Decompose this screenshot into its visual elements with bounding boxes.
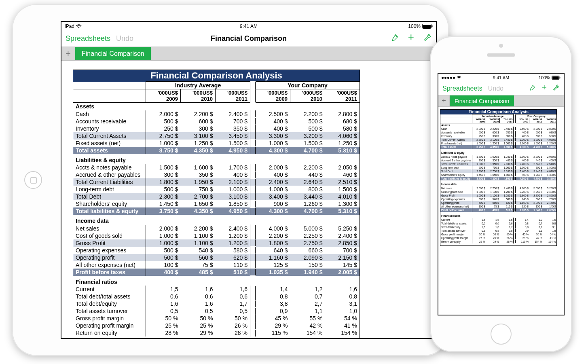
sheet-tab-active[interactable]: Financial Comparison	[450, 95, 514, 106]
add-icon[interactable]: +	[541, 84, 547, 93]
format-brush-icon[interactable]	[390, 33, 399, 44]
battery-icon	[422, 24, 433, 29]
sheet-tab-bar: + Financial Comparison	[438, 95, 564, 107]
iphone-speaker	[487, 53, 515, 57]
battery-percent: 100%	[539, 75, 550, 80]
app-toolbar: Spreadsheets Undo Financial Comparison +	[61, 31, 436, 47]
ipad-device: iPad 9:41 AM 100% Spreadsheets Undo Fina…	[12, 4, 449, 356]
battery-icon	[552, 76, 561, 80]
iphone-status-bar: 9:41 AM 100%	[438, 74, 564, 82]
svg-rect-1	[423, 25, 431, 28]
sheet-canvas[interactable]: Financial Comparison Analysis Industry A…	[438, 107, 564, 315]
svg-rect-5	[560, 77, 561, 78]
app-toolbar: Spreadsheets Undo +	[438, 82, 564, 95]
iphone-home-button[interactable]	[491, 324, 512, 345]
svg-rect-4	[552, 76, 559, 79]
back-button[interactable]: Spreadsheets	[66, 34, 110, 43]
back-button[interactable]: Spreadsheets	[442, 85, 482, 92]
clock: 9:41 AM	[61, 23, 436, 29]
wifi-icon	[76, 24, 82, 28]
iphone-device: 9:41 AM 100% Spreadsheets Undo +	[430, 36, 572, 352]
wrench-icon[interactable]	[423, 33, 432, 44]
add-sheet-button[interactable]: +	[61, 47, 75, 60]
iphone-screen: 9:41 AM 100% Spreadsheets Undo +	[438, 73, 565, 315]
battery-percent: 100%	[408, 23, 421, 29]
undo-button[interactable]: Undo	[116, 34, 133, 43]
sheet-tab-active[interactable]: Financial Comparison	[75, 47, 151, 60]
ipad-screen: iPad 9:41 AM 100% Spreadsheets Undo Fina…	[61, 21, 437, 339]
add-icon[interactable]: +	[408, 33, 414, 44]
carrier-label: iPad	[65, 23, 74, 29]
wrench-icon[interactable]	[552, 84, 560, 93]
spreadsheet-table: Financial Comparison Analysis Industry A…	[73, 70, 360, 338]
sheet-tab-bar: + Financial Comparison	[61, 47, 436, 61]
undo-button[interactable]: Undo	[488, 85, 503, 92]
ipad-status-bar: iPad 9:41 AM 100%	[61, 22, 436, 31]
iphone-camera	[499, 44, 503, 48]
signal-dots-icon	[442, 77, 455, 79]
svg-rect-2	[432, 25, 433, 28]
wifi-icon	[457, 76, 461, 80]
format-brush-icon[interactable]	[529, 84, 536, 93]
spreadsheet-table: Financial Comparison Analysis Industry A…	[440, 109, 557, 246]
add-sheet-button[interactable]: +	[438, 95, 450, 106]
sheet-canvas[interactable]: Financial Comparison Analysis Industry A…	[61, 61, 436, 338]
ipad-home-button[interactable]	[24, 171, 42, 189]
